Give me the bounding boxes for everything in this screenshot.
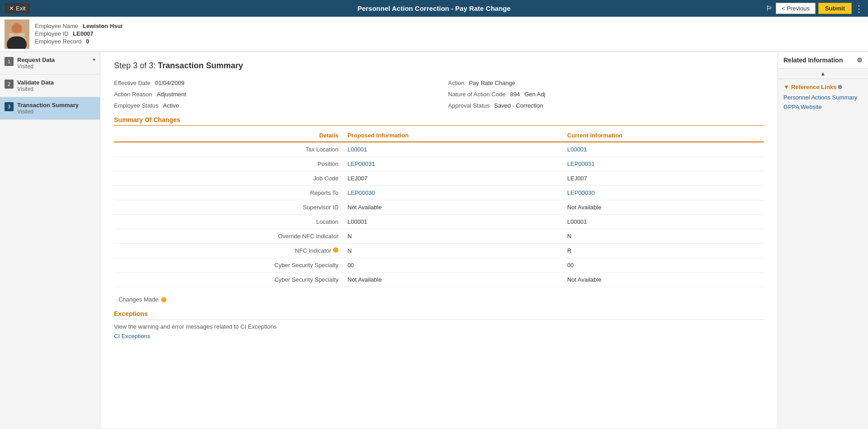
nature-code-desc: Gen Adj [524,91,545,98]
form-section: Effective Date 01/04/2009 Action Reason … [114,80,764,109]
emp-id-value: LE0007 [73,30,94,37]
step-1-number: 1 [5,57,14,66]
summary-title: Summary Of Changes [114,116,764,126]
exit-button[interactable]: ✕ Exit [5,3,30,14]
step-title: Transaction Summary [158,61,243,70]
nature-code-label: Nature of Action Code [448,91,506,98]
employee-status-value: Active [163,102,179,109]
ci-exceptions-link[interactable]: CI Exceptions [114,333,150,339]
table-row: PositionLEP00031LEP00031 [114,157,764,171]
row-current: L00001 [563,142,764,157]
employee-header: Employee Name Lewiston Hsui Employee ID … [0,17,868,52]
svg-rect-4 [9,33,25,37]
row-current: Not Available [563,200,764,215]
sidebar-item-transaction-summary-title: Transaction Summary [17,102,95,108]
changes-made-indicator [161,297,166,302]
changes-made-row: Changes Made [119,296,764,303]
row-current: LEP00031 [563,157,764,171]
scroll-up-button[interactable]: ▲ [778,69,868,79]
sidebar-item-request-data-title: Request Data [17,57,89,63]
col-details: Details [114,129,343,142]
col-proposed: Proposed Information [343,129,563,142]
action-label: Action [448,80,465,86]
table-row: Cyber Security SpecialtyNot AvailableNot… [114,273,764,287]
x-icon: ✕ [9,5,14,12]
table-row: Supervisor IDNot AvailableNot Available [114,200,764,215]
row-label: NFC Indicator [114,244,343,258]
submit-button[interactable]: Submit [818,3,852,14]
emp-name-value: Lewiston Hsui [83,23,123,29]
ref-links-label: Reference Links [791,84,836,90]
table-row: Cyber Security Specialty0000 [114,258,764,273]
right-panel: Related Information ⚙ ▲ ▼ Reference Link… [778,52,868,428]
ref-links-section: ▼ Reference Links ⧉ Personnel Actions Su… [778,79,868,118]
related-info-header: Related Information ⚙ [778,52,868,69]
row-label: Position [114,157,343,171]
sidebar-item-validate-data[interactable]: 2 Validate Data Visited [0,75,100,97]
row-proposed: 00 [343,258,563,273]
emp-record-label: Employee Record [35,38,81,45]
action-reason-row: Action Reason Adjustment [114,91,430,98]
content-area: Step 3 of 3: Transaction Summary Effecti… [100,52,778,428]
action-value: Pay Rate Change [469,80,516,86]
effective-date-row: Effective Date 01/04/2009 [114,80,430,86]
sidebar-item-validate-data-title: Validate Data [17,79,95,86]
row-proposed: LEP00030 [343,186,563,200]
exceptions-title: Exceptions [114,310,764,320]
changes-table: Details Proposed Information Current Inf… [114,129,764,287]
row-current: 00 [563,258,764,273]
flag-icon[interactable]: 🏳 [766,5,773,13]
row-proposed: L00001 [343,142,563,157]
emp-id-label: Employee ID [35,30,68,37]
nfc-indicator-dot [333,247,338,253]
row-label: Location [114,215,343,229]
action-row: Action Pay Rate Change [448,80,764,86]
row-current: N [563,229,764,244]
row-label: Tax Location [114,142,343,157]
nature-code-row: Nature of Action Code 894 Gen Adj [448,91,764,98]
table-row: Tax LocationL00001L00001 [114,142,764,157]
related-info-title: Related Information [783,57,843,64]
row-label: Supervisor ID [114,200,343,215]
more-options-button[interactable]: ⋮ [854,3,863,14]
employee-status-label: Employee Status [114,102,158,109]
effective-date-label: Effective Date [114,80,151,86]
top-bar-actions: 🏳 < Previous Submit ⋮ [766,3,863,14]
row-proposed: N [343,229,563,244]
row-current: LEJ007 [563,171,764,186]
row-current: R [563,244,764,258]
svg-point-3 [12,24,22,33]
row-label: Reports To [114,186,343,200]
copy-icon[interactable]: ⧉ [838,84,842,90]
row-current: L00001 [563,215,764,229]
row-label: Cyber Security Specialty [114,258,343,273]
sidebar-item-request-data[interactable]: 1 Request Data Visited ▾ [0,52,100,75]
effective-date-value: 01/04/2009 [155,80,185,86]
gppa-website-link[interactable]: GPPA Website [783,104,863,110]
chevron-down-icon: ▾ [93,57,95,63]
row-current: LEP00030 [563,186,764,200]
top-bar: ✕ Exit Personnel Action Correction - Pay… [0,0,868,17]
personnel-actions-summary-link[interactable]: Personnel Actions Summary [783,94,863,101]
employee-info: Employee Name Lewiston Hsui Employee ID … [35,23,123,46]
main-layout: 1 Request Data Visited ▾ 2 Validate Data… [0,52,868,428]
row-proposed: LEP00031 [343,157,563,171]
triangle-icon: ▼ [783,84,789,90]
row-label: Cyber Security Specialty [114,273,343,287]
sidebar-item-transaction-summary[interactable]: 3 Transaction Summary Visited [0,97,100,120]
previous-button[interactable]: < Previous [776,3,816,14]
step-3-number: 3 [5,102,14,111]
row-current: Not Available [563,273,764,287]
table-row: Override NFC IndicatorNN [114,229,764,244]
table-row: Reports ToLEP00030LEP00030 [114,186,764,200]
step-2-number: 2 [5,80,14,89]
col-current: Current Information [563,129,764,142]
exceptions-desc: View the warning and error messages rela… [114,323,764,330]
table-row: NFC IndicatorNR [114,244,764,258]
employee-status-row: Employee Status Active [114,102,430,109]
action-reason-value: Adjustment [157,91,186,98]
row-proposed: LEJ007 [343,171,563,186]
row-proposed: N [343,244,563,258]
sidebar-item-request-data-subtitle: Visited [17,63,89,70]
gear-icon[interactable]: ⚙ [857,57,863,64]
